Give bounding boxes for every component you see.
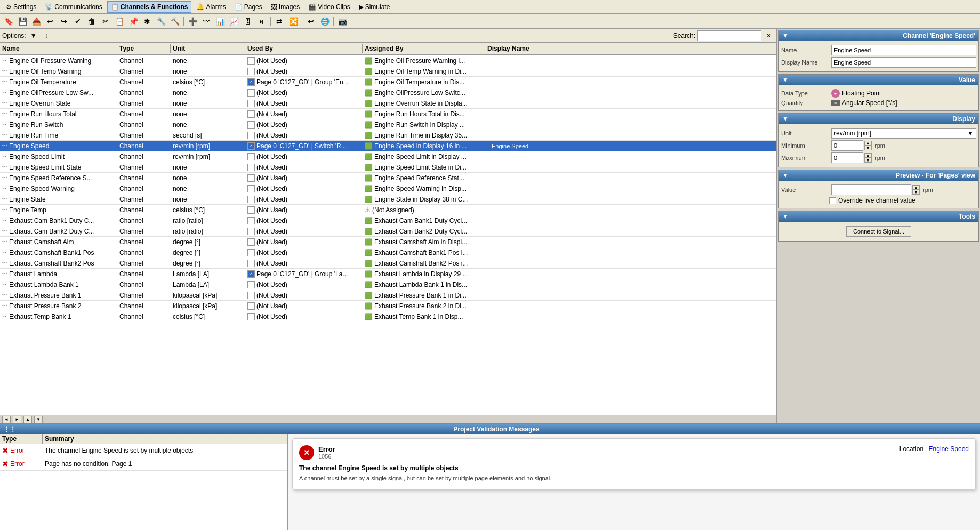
display-name-input[interactable]	[831, 57, 976, 68]
scroll-up-btn[interactable]: ▲	[23, 416, 32, 423]
table-row[interactable]: 〰 Engine Speed Reference S... Channel no…	[0, 173, 776, 183]
table-row[interactable]: 〰 Engine OilPressure Low Sw... Channel n…	[0, 87, 776, 98]
table-row[interactable]: 〰 Engine Temp Channel celsius [°C] (Not …	[0, 205, 776, 215]
table-row[interactable]: 〰 Exhaust Lambda Channel Lambda [LA] ✓ P…	[0, 269, 776, 279]
toolbar-icon-12[interactable]: 🔧	[155, 15, 167, 28]
search-input[interactable]	[697, 30, 761, 41]
table-row[interactable]: 〰 Exhaust Pressure Bank 2 Channel kilopa…	[0, 301, 776, 311]
toolbar-icon-24[interactable]: 📷	[336, 15, 349, 28]
tab-communications[interactable]: 📡 Communications	[41, 1, 106, 13]
table-row[interactable]: 〰 Engine Run Hours Total Channel none (N…	[0, 109, 776, 119]
table-row[interactable]: 〰 Engine Oil Temperature Channel celsius…	[0, 77, 776, 87]
table-row[interactable]: 〰 Exhaust Cam Bank2 Duty C... Channel ra…	[0, 226, 776, 237]
toolbar-icon-5[interactable]: ↪	[58, 15, 70, 28]
maximum-up[interactable]: ▲	[864, 153, 872, 158]
table-row[interactable]: 〰 Exhaust Lambda Bank 1 Channel Lambda […	[0, 279, 776, 290]
toolbar-icon-19[interactable]: ⏯	[255, 15, 268, 28]
maximum-label: Maximum	[781, 155, 829, 161]
toolbar-icon-1[interactable]: 🔖	[2, 15, 15, 28]
toolbar-icon-8[interactable]: ✂	[99, 15, 112, 28]
channel-title: Channel 'Engine Speed'	[903, 32, 975, 39]
tab-video-clips[interactable]: 🎬 Video Clips	[304, 1, 354, 13]
toolbar-icon-21[interactable]: 🔀	[287, 15, 300, 28]
table-row[interactable]: 〰 Exhaust Cam Bank1 Duty C... Channel ra…	[0, 215, 776, 226]
toolbar-icon-18[interactable]: 🎛	[242, 15, 254, 28]
maximum-input[interactable]	[831, 152, 863, 163]
maximum-down[interactable]: ▼	[864, 158, 872, 163]
table-row[interactable]: 〰 Engine Speed Warning Channel none (Not…	[0, 183, 776, 194]
scroll-left-btn[interactable]: ◄	[2, 416, 11, 423]
cell-type: Channel	[117, 99, 171, 108]
toolbar-icon-22[interactable]: ↩	[304, 15, 317, 28]
name-input[interactable]	[831, 45, 976, 55]
table-row[interactable]: 〰 Engine Speed Limit Channel rev/min [rp…	[0, 151, 776, 162]
toolbar-icon-2[interactable]: 💾	[16, 15, 29, 28]
table-row[interactable]: 〰 Exhaust Temp Bank 1 Channel celsius [°…	[0, 311, 776, 322]
table-row[interactable]: 〰 Engine Overrun State Channel none (Not…	[0, 98, 776, 109]
toolbar-icon-6[interactable]: ✔	[71, 15, 84, 28]
toolbar-icon-3[interactable]: 📤	[30, 15, 43, 28]
tools-body: Connect to Signal...	[779, 222, 978, 241]
val-row-1[interactable]: ✖ Error Page has no condition. Page 1	[0, 457, 287, 471]
toolbar-icon-15[interactable]: 〰	[200, 15, 213, 28]
tab-simulate[interactable]: ▶ Simulate	[355, 1, 394, 13]
table-row[interactable]: 〰 Engine Speed Channel rev/min [rpm] ✓ P…	[0, 141, 776, 151]
toolbar-icon-14[interactable]: ➕	[186, 15, 199, 28]
toolbar-icon-23[interactable]: 🌐	[318, 15, 331, 28]
location-link[interactable]: Engine Speed	[929, 445, 969, 453]
minimum-down[interactable]: ▼	[864, 146, 872, 150]
table-row[interactable]: 〰 Exhaust Pressure Bank 1 Channel kilopa…	[0, 290, 776, 301]
table-row[interactable]: 〰 Exhaust Camshaft Bank1 Pos Channel deg…	[0, 247, 776, 258]
table-row[interactable]: 〰 Engine Run Time Channel second [s] (No…	[0, 130, 776, 141]
table-row[interactable]: 〰 Engine Speed Limit State Channel none …	[0, 162, 776, 173]
cell-name: 〰 Engine Run Switch	[0, 121, 117, 129]
assigned-by-text: Engine Run Hours Total in Dis...	[374, 110, 465, 118]
tab-channels-functions[interactable]: 📋 Channels & Functions	[107, 1, 192, 13]
cell-usedby: (Not Used)	[245, 174, 363, 182]
assigned-icon: 🟩	[365, 313, 373, 320]
table-row[interactable]: 〰 Exhaust Camshaft Aim Channel degree [°…	[0, 237, 776, 247]
used-by-text: (Not Used)	[256, 260, 287, 267]
used-checkbox	[247, 228, 255, 235]
minimum-input[interactable]	[831, 140, 863, 151]
tab-alarms[interactable]: 🔔 Alarms	[192, 1, 229, 13]
table-row[interactable]: 〰 Engine Oil Pressure Warning Channel no…	[0, 55, 776, 66]
table-row[interactable]: 〰 Engine Run Switch Channel none (Not Us…	[0, 119, 776, 130]
toolbar-icon-9[interactable]: 📋	[113, 15, 126, 28]
table-row[interactable]: 〰 Engine Oil Temp Warning Channel none (…	[0, 66, 776, 77]
toolbar-icon-11[interactable]: ✱	[141, 15, 154, 28]
override-checkbox[interactable]	[829, 197, 836, 204]
tab-images[interactable]: 🖼 Images	[267, 1, 303, 13]
scroll-right-btn[interactable]: ►	[13, 416, 21, 423]
table-row[interactable]: 〰 Exhaust Camshaft Bank2 Pos Channel deg…	[0, 258, 776, 269]
toolbar-icon-13[interactable]: 🔨	[168, 15, 181, 28]
tab-pages[interactable]: 📄 Pages	[231, 1, 266, 13]
unit-combo[interactable]: rev/min [rpm] ▼	[831, 128, 976, 139]
toolbar-icon-4[interactable]: ↩	[44, 15, 57, 28]
options-filter-btn[interactable]: ▼	[28, 30, 39, 41]
cell-displayname	[485, 210, 776, 211]
toolbar-icon-10[interactable]: 📌	[127, 15, 140, 28]
toolbar-icon-17[interactable]: 📈	[228, 15, 240, 28]
toolbar-icon-16[interactable]: 📊	[214, 15, 227, 28]
search-clear-btn[interactable]: ✕	[764, 30, 774, 41]
toolbar-icon-7[interactable]: 🗑	[85, 15, 98, 28]
options-sort-btn[interactable]: ↕	[41, 30, 52, 41]
minimum-up[interactable]: ▲	[864, 141, 872, 146]
assigned-by-text: Exhaust Cam Bank1 Duty Cycl...	[374, 217, 467, 224]
assigned-by-text: Exhaust Camshaft Aim in Displ...	[374, 238, 467, 246]
error-location: Location Engine Speed	[899, 445, 969, 453]
toolbar-icon-20[interactable]: ⇄	[273, 15, 286, 28]
preview-value-input[interactable]	[831, 184, 911, 195]
connect-signal-btn[interactable]: Connect to Signal...	[846, 226, 911, 237]
channel-icon: 〰	[2, 111, 7, 117]
tab-settings[interactable]: ⚙ Settings	[2, 1, 40, 13]
used-by-text: Page 0 'C127_GD' | Switch 'R...	[256, 142, 347, 150]
value-arrow-icon: ▼	[782, 76, 789, 84]
preview-up[interactable]: ▲	[912, 185, 920, 190]
tools-section-title: ▼ Tools	[779, 211, 978, 222]
table-row[interactable]: 〰 Engine State Channel none (Not Used) 🟩…	[0, 194, 776, 205]
val-row-0[interactable]: ✖ Error The channel Engine Speed is set …	[0, 444, 287, 457]
preview-down[interactable]: ▼	[912, 190, 920, 195]
scroll-down-btn[interactable]: ▼	[34, 416, 43, 423]
